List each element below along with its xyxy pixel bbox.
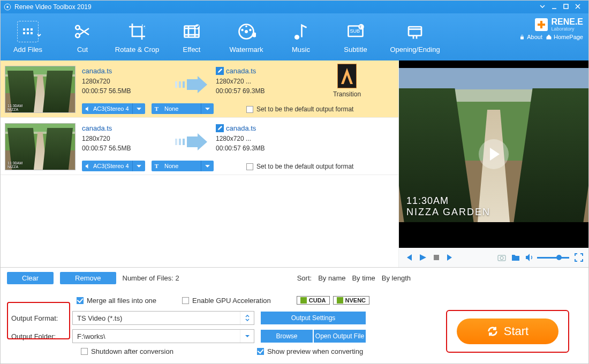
brand-logo: RENE.ELaboratory [535, 18, 583, 32]
scissors-icon [72, 21, 93, 42]
svg-rect-28 [183, 81, 185, 88]
play-overlay-button[interactable] [479, 139, 509, 169]
preview-panel: 11:30AM NIZZA GARDEN [398, 60, 588, 267]
file-count: Number of Files: 2 [123, 274, 179, 282]
add-files-icon [17, 21, 39, 42]
svg-point-1 [6, 6, 9, 8]
homepage-link[interactable]: HomePage [546, 34, 583, 40]
browse-button[interactable]: Browse [261, 330, 313, 343]
default-format-checkbox[interactable] [246, 163, 253, 170]
sort-by-length[interactable]: By length [382, 274, 411, 282]
sort-by-name[interactable]: By name [318, 274, 345, 282]
minimize-button[interactable] [550, 3, 562, 11]
svg-point-16 [245, 25, 247, 27]
svg-rect-3 [564, 4, 568, 9]
sort-by-time[interactable]: By time [352, 274, 375, 282]
nvenc-badge: NVENC [333, 296, 370, 305]
svg-point-15 [249, 28, 252, 31]
watermark-button[interactable]: Watermark [219, 13, 274, 60]
prev-button[interactable] [404, 253, 413, 262]
shutdown-checkbox[interactable] [81, 348, 88, 355]
svg-rect-26 [175, 81, 177, 88]
svg-rect-21 [409, 27, 421, 36]
close-button[interactable] [573, 3, 585, 11]
cuda-badge: CUDA [297, 296, 330, 305]
default-format-checkbox[interactable] [246, 106, 253, 113]
subtitle-button[interactable]: SUBT Subtitle [328, 13, 383, 60]
svg-rect-32 [434, 255, 439, 260]
watermark-icon [236, 21, 257, 42]
fullscreen-button[interactable] [575, 253, 583, 262]
file-list: 11:30AMNIZZA canada.ts 1280x720 00:00:57… [1, 60, 398, 267]
opening-ending-button[interactable]: Opening/Ending [383, 13, 447, 60]
chevron-down-icon [240, 330, 254, 343]
edit-icon[interactable] [216, 124, 224, 132]
effect-button[interactable]: Effect [164, 13, 219, 60]
chevron-updown-icon [240, 312, 254, 324]
edit-icon[interactable] [216, 67, 224, 75]
output-folder-label: Output Folder: [7, 332, 66, 340]
output-format-label: Output Format: [7, 314, 66, 322]
open-folder-button[interactable] [511, 253, 520, 262]
cut-button[interactable]: Cut [55, 13, 110, 60]
merge-checkbox[interactable] [77, 297, 84, 304]
svg-point-13 [245, 30, 248, 33]
effect-icon [181, 21, 202, 42]
svg-rect-27 [179, 81, 181, 88]
gpu-checkbox[interactable] [182, 297, 189, 304]
clear-button[interactable]: Clear [7, 272, 54, 284]
svg-rect-31 [183, 139, 185, 145]
text-dropdown[interactable]: T None [152, 161, 214, 171]
thumbnail: 11:30AMNIZZA [5, 66, 75, 113]
svg-text:T: T [359, 25, 362, 29]
subtitle-icon: SUBT [345, 21, 366, 42]
audio-dropdown[interactable]: AC3(Stereo 4 [82, 161, 145, 171]
svg-point-14 [241, 28, 244, 31]
slideshow-icon [404, 21, 426, 42]
thumbnail: 11:30AMNIZZA [5, 123, 75, 170]
stop-button[interactable] [432, 253, 441, 262]
play-button[interactable] [418, 253, 427, 262]
output-format-select[interactable]: TS Video (*.ts) [72, 311, 254, 325]
volume-slider[interactable] [537, 257, 569, 259]
file-row[interactable]: 11:30AMNIZZA canada.ts 1280x720 00:00:57… [1, 118, 398, 175]
next-button[interactable] [446, 253, 455, 262]
output-settings-button[interactable]: Output Settings [261, 312, 366, 324]
music-button[interactable]: Music [274, 13, 328, 60]
show-preview-checkbox[interactable] [257, 348, 264, 355]
highlight-frame: Start [446, 310, 569, 353]
output-folder-select[interactable]: F:\works\ [72, 329, 254, 343]
app-title: Renee Video Toolbox 2019 [14, 3, 92, 11]
audio-dropdown[interactable]: AC3(Stereo 4 [82, 103, 145, 114]
svg-rect-30 [179, 139, 181, 145]
svg-rect-29 [175, 139, 177, 145]
refresh-icon [487, 325, 499, 337]
remove-button[interactable]: Remove [60, 272, 116, 284]
about-link[interactable]: About [519, 34, 542, 40]
text-dropdown[interactable]: T None [152, 103, 214, 114]
maximize-button[interactable] [562, 3, 573, 11]
rotate-crop-button[interactable]: Rotate & Crop [110, 13, 164, 60]
open-output-file-button[interactable]: Open Output File [314, 330, 366, 343]
add-files-button[interactable]: Add Files [1, 13, 55, 60]
svg-point-34 [500, 256, 503, 260]
music-icon [290, 21, 312, 42]
dropdown-icon[interactable] [538, 3, 550, 11]
file-row[interactable]: 11:30AMNIZZA canada.ts 1280x720 00:00:57… [1, 60, 398, 118]
app-icon [4, 3, 11, 11]
svg-text:SUB: SUB [350, 28, 360, 33]
volume-icon[interactable] [525, 253, 534, 262]
snapshot-button[interactable] [497, 253, 506, 262]
start-button[interactable]: Start [457, 318, 558, 344]
crop-icon [126, 21, 148, 42]
svg-rect-25 [520, 36, 524, 39]
